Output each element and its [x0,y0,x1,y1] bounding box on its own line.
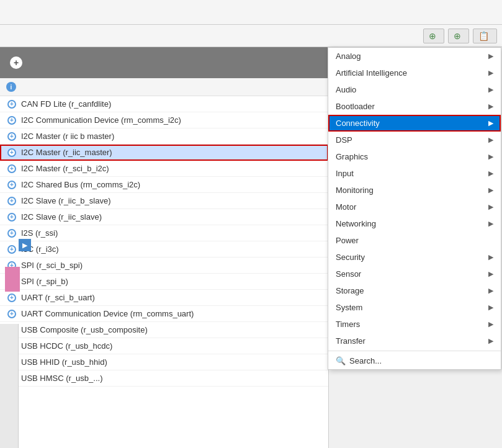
menu-item-bootloader[interactable]: Bootloader▶ [328,98,501,115]
menu-item-graphics[interactable]: Graphics▶ [328,148,501,165]
submenu-arrow-icon: ▶ [488,270,493,278]
item-icon [7,181,16,189]
item-icon [7,229,16,238]
info-icon: i [6,82,16,92]
list-item[interactable]: I2C Master (r_iic_master) [0,145,328,161]
menu-item-connectivity[interactable]: Connectivity▶ [328,115,501,132]
menu-item-input[interactable]: Input▶ [328,165,501,182]
item-icon [7,245,16,254]
menu-item-label: Analog [336,52,361,61]
item-label: I2C Slave (r_iic_b_slave) [21,196,111,205]
item-label: I2C Slave (r_iic_slave) [21,212,102,222]
new-stack-icon: ⊕ [429,31,436,41]
submenu-arrow-icon: ▶ [488,86,493,94]
menu-item-label: Sensor [336,269,361,279]
submenu-arrow-icon: ▶ [488,253,493,261]
search-icon: 🔍 [336,356,346,365]
item-label: CAN FD Lite (r_canfdlite) [21,99,111,109]
item-icon [7,213,16,222]
menu-separator [328,351,501,351]
item-icon [7,116,16,125]
top-bar [0,0,502,25]
item-label: USB HMSC (r_usb_...) [21,374,102,383]
list-item[interactable]: UART Communication Device (rm_comms_uart… [0,306,328,322]
blue-arrow-decoration: ▶ [19,239,31,251]
menu-item-label: Storage [336,286,364,295]
list-item[interactable]: USB HHID (r_usb_hhid) [0,354,328,370]
side-panel [0,324,19,448]
submenu-arrow-icon: ▶ [488,52,493,60]
menu-item-security[interactable]: Security▶ [328,249,501,266]
list-item[interactable]: I2C Master (r_sci_b_i2c) [0,161,328,177]
submenu-arrow-icon: ▶ [488,186,493,194]
item-icon [7,310,16,318]
item-label: USB HHID (r_usb_hhid) [21,357,107,367]
menu-item-label: Transfer [336,336,365,346]
menu-item-label: Networking [336,219,376,228]
re-button[interactable]: 📋 [473,29,497,43]
menu-item-audio[interactable]: Audio▶ [328,81,501,98]
menu-item-label: DSP [336,135,352,145]
menu-item-system[interactable]: System▶ [328,299,501,316]
menu-item-motor[interactable]: Motor▶ [328,199,501,215]
menu-item-label: Bootloader [336,102,375,111]
item-label: I2C Master (r iic b master) [21,132,114,141]
list-item[interactable]: USB Composite (r_usb_composite) [0,322,328,338]
menu-item-monitoring[interactable]: Monitoring▶ [328,182,501,199]
main-content-area: + i CAN FD Lite (r_canfdlite)I2C Communi… [0,47,329,448]
item-icon [7,164,16,173]
menu-item-networking[interactable]: Networking▶ [328,215,501,232]
menu-item-timers[interactable]: Timers▶ [328,316,501,333]
menu-item-power[interactable]: Power [328,232,501,249]
submenu-arrow-icon: ▶ [488,203,493,211]
item-icon [7,132,16,141]
item-icon [7,293,16,302]
menu-item-label: Motor [336,202,356,212]
list-item[interactable]: I2S (r_ssi) [0,225,328,241]
list-item[interactable]: I2C Master (r iic b master) [0,128,328,145]
list-item[interactable]: UART (r_sci_b_uart) [0,290,328,306]
submenu-arrow-icon: ▶ [488,102,493,110]
item-label: I2C Master (r_iic_master) [21,148,112,157]
new-stack-button[interactable]: ⊕ [423,29,444,43]
list-item[interactable]: USB HMSC (r_usb_...) [0,370,328,387]
extend-stack-button[interactable]: ⊕ [448,29,469,43]
item-label: I2C Shared Bus (rm_comms_i2c) [21,180,140,189]
menu-item-dsp[interactable]: DSP▶ [328,132,501,148]
menu-item-label: Audio [336,85,356,94]
list-item[interactable]: SPI (r_sci_b_spi) [0,258,328,274]
list-item[interactable]: SPI (r_spi_b) [0,274,328,290]
list-item[interactable]: USB HCDC (r_usb_hcdc) [0,338,328,354]
menu-search[interactable]: 🔍Search... [328,352,501,369]
component-icon: + [10,56,22,69]
search-label: Search... [349,356,382,365]
submenu-arrow-icon: ▶ [488,69,493,77]
pink-decoration [5,267,20,292]
list-item[interactable]: I2C Slave (r_iic_slave) [0,209,328,225]
info-row: i [0,78,328,96]
menu-item-sensor[interactable]: Sensor▶ [328,266,501,282]
menu-item-analog[interactable]: Analog▶ [328,48,501,65]
list-item[interactable]: I2C Communication Device (rm_comms_i2c) [0,112,328,128]
item-icon [7,197,16,205]
component-list: CAN FD Lite (r_canfdlite)I2C Communicati… [0,96,328,387]
item-label: USB HCDC (r_usb_hcdc) [21,341,112,351]
item-label: I2S (r_ssi) [21,228,58,238]
submenu-arrow-icon: ▶ [488,287,493,295]
menu-item-storage[interactable]: Storage▶ [328,282,501,299]
list-item[interactable]: I2C Slave (r_iic_b_slave) [0,193,328,209]
submenu-arrow-icon: ▶ [488,320,493,328]
list-item[interactable]: I2C Shared Bus (rm_comms_i2c) [0,177,328,193]
list-item[interactable]: I3C (r_i3c) [0,241,328,258]
menu-item-label: Power [336,236,359,245]
submenu-arrow-icon: ▶ [488,303,493,311]
item-label: SPI (r_sci_b_spi) [21,261,83,270]
list-item[interactable]: CAN FD Lite (r_canfdlite) [0,96,328,112]
item-label: I2C Master (r_sci_b_i2c) [21,164,109,173]
dropdown-menu: Analog▶Artificial Intelligence▶Audio▶Boo… [328,47,501,370]
extend-stack-icon: ⊕ [454,31,461,41]
menu-item-transfer[interactable]: Transfer▶ [328,333,501,349]
item-icon [7,148,16,157]
menu-item-artificial-intelligence[interactable]: Artificial Intelligence▶ [328,65,501,81]
menu-item-label: System [336,303,362,312]
